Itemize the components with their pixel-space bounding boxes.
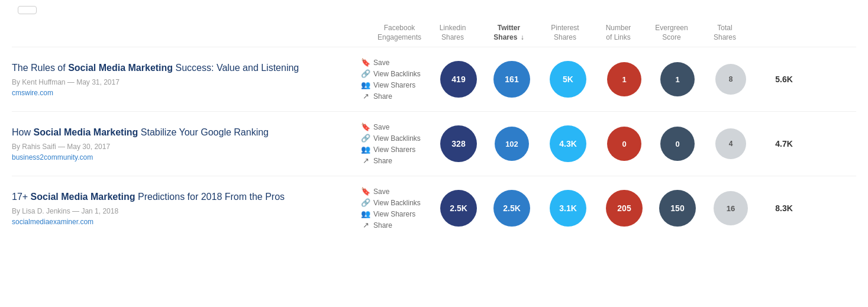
article-row: How Social Media Marketing Stabilize You… — [12, 111, 856, 176]
action-save-2[interactable]: 🔖Save — [361, 187, 432, 196]
circle-facebook-1[interactable]: 328 — [440, 125, 477, 162]
action-share-1[interactable]: ↗Share — [361, 156, 432, 165]
metric-facebook-1: 328 — [432, 125, 485, 162]
action-label: Save — [373, 188, 389, 196]
circle-facebook-2[interactable]: 2.5K — [440, 190, 477, 227]
save-icon: 🔖 — [361, 122, 370, 131]
metric-facebook-0: 419 — [432, 61, 485, 98]
article-info-2: 17+ Social Media Marketing Predictions f… — [12, 190, 355, 226]
circle-value: 2.5K — [450, 203, 467, 213]
action-save-0[interactable]: 🔖Save — [361, 58, 432, 67]
action-label: Save — [373, 123, 389, 131]
circle-linkedin-0[interactable]: 161 — [493, 61, 530, 98]
article-title-2[interactable]: 17+ Social Media Marketing Predictions f… — [12, 190, 355, 203]
circle-facebook-0[interactable]: 419 — [440, 61, 477, 98]
circle-linkedin-1[interactable]: 102 — [495, 127, 529, 161]
action-label: View Backlinks — [373, 199, 421, 207]
article-meta-2: By Lisa D. Jenkins — Jan 1, 2018 — [12, 207, 355, 215]
article-metrics-0: 4191615K1185.6K — [432, 61, 856, 98]
circle-pinterest-2[interactable]: 205 — [606, 190, 643, 227]
circle-value: 3.1K — [559, 203, 577, 213]
circle-twitter-1[interactable]: 4.3K — [550, 125, 586, 162]
article-title-1[interactable]: How Social Media Marketing Stabilize You… — [12, 126, 355, 139]
action-share-2[interactable]: ↗Share — [361, 221, 432, 230]
col-header-evergreen: EvergreenScore — [645, 24, 698, 42]
article-rows: The Rules of Social Media Marketing Succ… — [12, 47, 856, 240]
col-header-pinterest: PinterestShares — [538, 24, 592, 42]
circle-value: 16 — [727, 204, 735, 213]
article-meta-0: By Kent Huffman — May 31, 2017 — [12, 78, 355, 86]
circle-value: 161 — [505, 75, 518, 84]
circle-twitter-2[interactable]: 3.1K — [550, 190, 586, 227]
save-icon: 🔖 — [361, 58, 370, 67]
circle-value: 102 — [505, 140, 518, 148]
col-header-facebook: FacebookEngagements — [373, 24, 426, 42]
article-title-0[interactable]: The Rules of Social Media Marketing Succ… — [12, 62, 355, 75]
action-label: Save — [373, 59, 389, 67]
metric-twitter-1: 4.3K — [538, 125, 598, 162]
circle-value: 2.5K — [503, 203, 521, 213]
circle-numlinks-1[interactable]: 0 — [660, 127, 695, 161]
article-metrics-1: 3281024.3K0044.7K — [432, 125, 856, 162]
action-view-backlinks-2[interactable]: 🔗View Backlinks — [361, 198, 432, 207]
circle-value: 328 — [451, 139, 465, 148]
article-domain-2[interactable]: socialmediaexaminer.com — [12, 218, 355, 226]
circle-linkedin-2[interactable]: 2.5K — [493, 190, 530, 227]
circle-value: 5K — [563, 75, 573, 84]
backlinks-icon: 🔗 — [361, 134, 370, 143]
action-label: View Sharers — [373, 210, 415, 218]
action-label: View Backlinks — [373, 70, 421, 78]
circle-twitter-0[interactable]: 5K — [550, 61, 586, 98]
circle-evergreen-0[interactable]: 8 — [715, 64, 746, 95]
action-save-1[interactable]: 🔖Save — [361, 122, 432, 131]
action-view-sharers-0[interactable]: 👥View Sharers — [361, 80, 432, 89]
action-view-backlinks-0[interactable]: 🔗View Backlinks — [361, 69, 432, 78]
circle-value: 8 — [729, 75, 733, 83]
circle-value: 205 — [617, 203, 631, 213]
circle-pinterest-0[interactable]: 1 — [607, 62, 641, 96]
share-icon: ↗ — [361, 156, 370, 165]
circle-numlinks-2[interactable]: 150 — [659, 190, 696, 227]
action-label: Share — [373, 221, 392, 230]
article-row: The Rules of Social Media Marketing Succ… — [12, 47, 856, 111]
action-view-sharers-1[interactable]: 👥View Sharers — [361, 145, 432, 154]
metric-facebook-2: 2.5K — [432, 190, 485, 227]
article-actions-1: 🔖Save🔗View Backlinks👥View Sharers↗Share — [355, 122, 432, 165]
article-domain-1[interactable]: business2community.com — [12, 153, 355, 161]
article-domain-0[interactable]: cmswire.com — [12, 89, 355, 97]
action-label: Share — [373, 157, 392, 165]
sharers-icon: 👥 — [361, 80, 370, 89]
metric-pinterest-0: 1 — [598, 62, 651, 96]
circle-evergreen-2[interactable]: 16 — [714, 191, 748, 225]
backlinks-icon: 🔗 — [361, 198, 370, 207]
metric-numlinks-2: 150 — [651, 190, 704, 227]
metric-linkedin-0: 161 — [485, 61, 538, 98]
metric-total-1: 4.7K — [757, 139, 811, 148]
action-view-sharers-2[interactable]: 👥View Sharers — [361, 209, 432, 218]
circle-pinterest-1[interactable]: 0 — [607, 127, 641, 161]
article-actions-2: 🔖Save🔗View Backlinks👥View Sharers↗Share — [355, 187, 432, 230]
action-share-0[interactable]: ↗Share — [361, 92, 432, 101]
action-view-backlinks-1[interactable]: 🔗View Backlinks — [361, 134, 432, 143]
sort-dropdown[interactable] — [18, 6, 37, 14]
metric-evergreen-2: 16 — [704, 191, 757, 225]
metric-numlinks-1: 0 — [651, 127, 704, 161]
total-value-0: 5.6K — [775, 75, 793, 84]
metric-twitter-0: 5K — [538, 61, 598, 98]
sort-bar — [12, 6, 856, 14]
metric-pinterest-2: 205 — [598, 190, 651, 227]
backlinks-icon: 🔗 — [361, 69, 370, 78]
circle-evergreen-1[interactable]: 4 — [715, 128, 746, 159]
circle-numlinks-0[interactable]: 1 — [660, 62, 695, 96]
circle-value: 150 — [670, 203, 684, 213]
total-value-1: 4.7K — [775, 139, 793, 148]
main-container: FacebookEngagementsLinkedinSharesTwitter… — [0, 0, 868, 246]
column-headers: FacebookEngagementsLinkedinSharesTwitter… — [12, 24, 856, 42]
circle-value: 4 — [729, 140, 733, 148]
sharers-icon: 👥 — [361, 145, 370, 154]
total-value-2: 8.3K — [775, 203, 793, 213]
metric-twitter-2: 3.1K — [538, 190, 598, 227]
circle-value: 4.3K — [559, 139, 577, 148]
metric-total-2: 8.3K — [757, 203, 811, 213]
article-meta-1: By Rahis Saifi — May 30, 2017 — [12, 143, 355, 151]
